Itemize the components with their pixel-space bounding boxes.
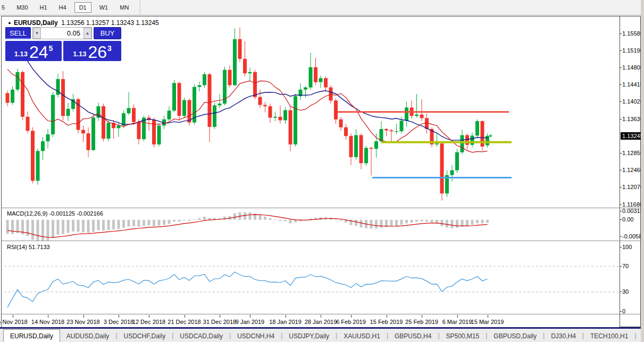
macd-histogram-bar — [82, 220, 85, 232]
sell-price-pipette: 5 — [49, 44, 53, 53]
one-click-trade-panel: SELL ▼ ▲ BUY 1.13 24 5 1.13 26 3 — [5, 27, 121, 61]
sell-price-display[interactable]: 1.13 24 5 — [5, 41, 62, 61]
timeframe-H4[interactable]: H4 — [55, 2, 70, 13]
date-tick — [250, 315, 250, 318]
candle-body — [309, 67, 313, 88]
timeframe-D1[interactable]: D1 — [74, 2, 91, 13]
macd-histogram-bar — [148, 220, 150, 226]
date-label: 14 Nov 2018 — [31, 319, 64, 325]
macd-histogram-bar — [466, 220, 469, 226]
chart-ohlc-header: ▲EURUSD,Daily 1.13256 1.13257 1.13243 1.… — [7, 19, 159, 27]
date-tick — [321, 315, 321, 318]
window-right-border — [641, 0, 644, 342]
date-tick — [422, 315, 422, 318]
candle-body — [359, 135, 363, 164]
macd-histogram-bar — [122, 220, 125, 228]
volume-up-icon[interactable]: ▲ — [83, 28, 91, 39]
tab-usdchf-daily[interactable]: USDCHF,Daily — [118, 330, 172, 342]
macd-histogram-bar — [178, 220, 181, 221]
timeframe-5[interactable]: 5 — [0, 2, 9, 13]
date-label: 6 Feb 2019 — [336, 319, 366, 325]
timeframe-M30[interactable]: M30 — [13, 2, 31, 13]
axis-tick — [620, 292, 622, 292]
rsi-pane-separator[interactable] — [2, 241, 640, 242]
candle-body — [182, 100, 186, 116]
macd-histogram-bar — [259, 215, 262, 220]
tab-tech100-h1[interactable]: TECH100,H1 — [584, 330, 634, 342]
candle-body — [354, 135, 358, 157]
candle-body — [107, 123, 111, 139]
macd-histogram-bar — [471, 220, 474, 225]
tab-dj30-h4[interactable]: DJ30,H4 — [545, 330, 582, 342]
macd-histogram-bar — [249, 212, 252, 220]
date-label: 18 Jan 2019 — [269, 319, 302, 325]
macd-histogram-bar — [320, 217, 322, 220]
buy-price-display[interactable]: 1.13 26 3 — [63, 41, 121, 61]
date-axis[interactable]: 5 Nov 201814 Nov 201823 Nov 20183 Dec 20… — [2, 315, 620, 327]
candle-body — [486, 136, 489, 146]
macd-histogram-bar — [37, 220, 39, 241]
timeframe-toolbar: 5M30H1H4D1W1MN — [0, 0, 644, 15]
tab-eurusd-daily[interactable]: EURUSD,Daily — [3, 329, 60, 342]
candle-body — [289, 110, 292, 144]
candle-body — [263, 105, 267, 107]
timeframe-W1[interactable]: W1 — [96, 2, 112, 13]
macd-histogram-bar — [67, 220, 70, 233]
macd-histogram-bar — [41, 220, 44, 241]
volume-down-icon[interactable]: ▼ — [33, 28, 41, 39]
sell-price-big: 24 — [29, 44, 48, 60]
date-tick — [13, 315, 13, 318]
price-axis-line — [620, 16, 620, 327]
timeframe-MN[interactable]: MN — [116, 2, 132, 13]
price-tick-label: 1.14020 — [622, 98, 643, 105]
macd-histogram-bar — [476, 220, 479, 224]
candle-body — [269, 106, 272, 118]
macd-histogram-bar — [340, 220, 342, 221]
axis-tick — [620, 50, 622, 51]
candle-body — [344, 127, 348, 136]
macd-histogram-bar — [11, 220, 14, 234]
macd-histogram-bar — [102, 220, 105, 230]
tab-usdcad-daily[interactable]: USDCAD,Daily — [173, 330, 229, 342]
candle-body — [127, 108, 131, 113]
tab-gbpusd-daily[interactable]: GBPUSD,Daily — [487, 330, 543, 342]
tab-usdcnh-h4[interactable]: USDCNH,H4 — [231, 330, 281, 342]
price-tick-label: 1.12460 — [622, 167, 643, 173]
volume-input[interactable] — [41, 28, 83, 39]
tab-gbpusd-h4[interactable]: GBPUSD,H4 — [388, 330, 438, 342]
candle-body — [400, 121, 404, 131]
macd-histogram-bar — [481, 220, 484, 224]
macd-histogram-bar — [163, 220, 165, 225]
candle-body — [87, 133, 90, 150]
candle-body — [137, 122, 141, 139]
timeframe-H1[interactable]: H1 — [36, 2, 51, 13]
buy-button[interactable]: BUY — [94, 27, 121, 39]
candle-body — [102, 106, 105, 139]
macd-histogram-bar — [203, 217, 206, 220]
macd-histogram-bar — [132, 220, 135, 226]
macd-pane-separator[interactable] — [2, 208, 640, 209]
candle-body — [455, 152, 459, 170]
rsi-canvas[interactable] — [4, 242, 620, 314]
axis-tick — [620, 119, 622, 119]
candle-body — [61, 79, 65, 116]
tab-audusd-daily[interactable]: AUDUSD,Daily — [60, 330, 116, 342]
candle-body — [228, 70, 232, 85]
macd-histogram-bar — [72, 220, 74, 232]
macd-histogram-bar — [31, 220, 34, 240]
axis-tick — [620, 153, 622, 153]
candle-body — [36, 151, 40, 181]
sell-price-prefix: 1.13 — [14, 50, 28, 58]
macd-histogram-bar — [441, 220, 444, 226]
tab-xauusd-h1[interactable]: XAUUSD,H1 — [337, 330, 387, 342]
macd-histogram-bar — [233, 213, 236, 220]
candle-body — [218, 104, 222, 105]
macd-histogram-bar — [380, 220, 383, 228]
tab-sp500-m15[interactable]: SP500,M15 — [440, 330, 486, 342]
sell-button[interactable]: SELL — [5, 27, 31, 39]
macd-histogram-bar — [446, 220, 448, 228]
date-label: 25 Feb 2019 — [405, 319, 438, 325]
tab-usdjpy-daily[interactable]: USDJPY,Daily — [282, 330, 336, 342]
macd-histogram-bar — [183, 220, 186, 220]
candle-body — [51, 95, 55, 134]
